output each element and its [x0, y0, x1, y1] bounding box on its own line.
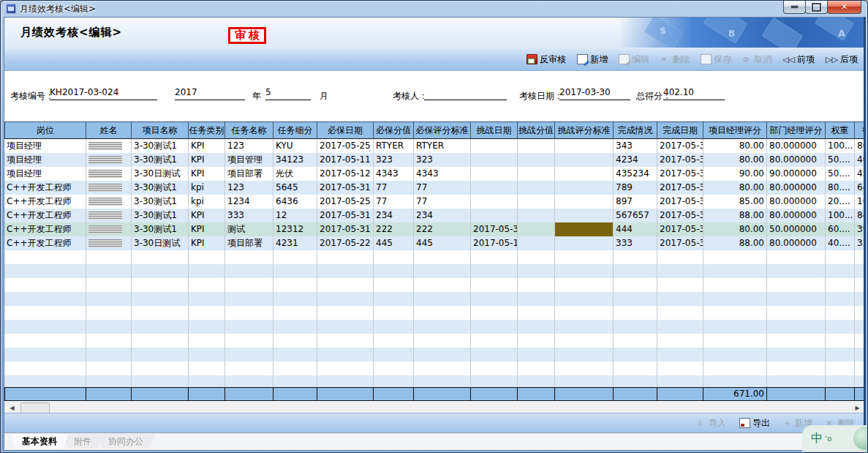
cell-挑战评分标准[interactable]	[555, 195, 614, 209]
cell-得分[interactable]: 40.	[855, 153, 865, 167]
table-row[interactable]: C++开发工程师3-30日测试KPI项目部署42312017-05-224454…	[4, 236, 865, 250]
cell-任务名称[interactable]: 项目部署	[225, 236, 273, 250]
cell-挑战评分标准[interactable]	[555, 181, 614, 195]
cell-项目经理评分[interactable]: 80.00	[703, 153, 767, 167]
cell-必保分值[interactable]: 77	[374, 181, 414, 195]
cell-权重[interactable]: 20....	[826, 195, 855, 209]
cell-得分[interactable]: 84.	[855, 209, 865, 222]
cell-姓名[interactable]	[86, 195, 132, 209]
cell-项目名称[interactable]: 3-30测试1	[132, 209, 189, 222]
cell-挑战日期[interactable]	[471, 209, 518, 222]
cell-必保日期[interactable]: 2017-05-12	[317, 167, 374, 181]
cell-必保评分标准[interactable]: RTYER	[414, 139, 471, 153]
cell-必保日期[interactable]: 2017-05-31	[317, 209, 374, 222]
cell-岗位[interactable]: C++开发工程师	[4, 195, 86, 209]
cell-必保评分标准[interactable]: 77	[414, 181, 471, 195]
cell-部门经理评分[interactable]: 80.000000	[767, 139, 826, 153]
cell-必保评分标准[interactable]: 4343	[414, 167, 471, 181]
cell-任务类别[interactable]: KPI	[189, 167, 225, 181]
cell-项目经理评分[interactable]: 80.00	[703, 139, 767, 153]
cell-挑战分值[interactable]	[518, 167, 555, 181]
cell-项目名称[interactable]: 3-30测试1	[132, 181, 189, 195]
scrollbar-thumb[interactable]	[20, 403, 50, 413]
table-row[interactable]: 项目经理3-30日测试KPI项目部署光伏2017-05-124343434343…	[4, 167, 865, 181]
scroll-left-arrow-icon[interactable]: ◀	[7, 403, 18, 412]
cell-项目经理评分[interactable]: 80.00	[703, 181, 767, 195]
cell-项目经理评分[interactable]: 80.00	[703, 222, 767, 236]
cell-完成日期[interactable]: 2017-05-31	[657, 236, 703, 250]
cell-部门经理评分[interactable]: 80.000000	[767, 209, 826, 222]
cell-挑战评分标准[interactable]	[555, 153, 614, 167]
column-header-权重[interactable]: 权重	[826, 121, 855, 139]
assessor-field[interactable]	[424, 86, 507, 100]
assessment-no-field[interactable]: KH2017-03-024	[50, 86, 157, 100]
cell-挑战分值[interactable]	[518, 139, 555, 153]
cell-项目名称[interactable]: 3-30日测试	[132, 167, 189, 181]
scroll-right-arrow-icon[interactable]: ▶	[852, 403, 863, 412]
cell-权重[interactable]: 60....	[826, 222, 855, 236]
cell-岗位[interactable]: 项目经理	[4, 139, 86, 153]
cell-岗位[interactable]: C++开发工程师	[4, 181, 86, 195]
column-header-任务类别[interactable]: 任务类别	[189, 121, 225, 139]
table-row[interactable]: 项目经理3-30测试1KPI123KYU2017-05-25RTYERRTYER…	[4, 139, 865, 153]
cell-任务名称[interactable]: 1234	[225, 195, 273, 209]
cell-必保评分标准[interactable]: 222	[414, 222, 471, 236]
cell-挑战评分标准[interactable]	[555, 167, 614, 181]
cell-岗位[interactable]: C++开发工程师	[4, 222, 86, 236]
column-header-必保日期[interactable]: 必保日期	[317, 121, 374, 139]
cell-部门经理评分[interactable]: 90.000000	[767, 167, 826, 181]
保存-button[interactable]: 保存	[701, 53, 731, 66]
cell-岗位[interactable]: 项目经理	[4, 153, 86, 167]
close-button[interactable]: ✕	[827, 1, 861, 14]
cell-完成日期[interactable]: 2017-05-30	[657, 222, 703, 236]
cell-必保评分标准[interactable]: 234	[414, 209, 471, 222]
cell-项目经理评分[interactable]: 88.00	[703, 236, 767, 250]
cell-必保分值[interactable]: RTYER	[374, 139, 414, 153]
cell-任务类别[interactable]: KPI	[189, 139, 225, 153]
cell-任务类别[interactable]: KPI	[189, 209, 225, 222]
cell-必保日期[interactable]: 2017-05-31	[317, 181, 374, 195]
cell-部门经理评分[interactable]: 80.000000	[767, 153, 826, 167]
cell-得分[interactable]: 33.	[855, 236, 865, 250]
cell-项目名称[interactable]: 3-30测试1	[132, 222, 189, 236]
table-row[interactable]: C++开发工程师3-30测试1kpi12356452017-05-3177777…	[4, 181, 865, 195]
cell-项目名称[interactable]: 3-30测试1	[132, 195, 189, 209]
cell-得分[interactable]: 64.	[855, 181, 865, 195]
cell-必保分值[interactable]: 234	[374, 209, 414, 222]
cell-任务细分[interactable]: 5645	[273, 181, 317, 195]
cell-挑战日期[interactable]	[471, 153, 518, 167]
cell-任务细分[interactable]: KYU	[273, 139, 317, 153]
cell-必保日期[interactable]: 2017-05-25	[317, 139, 374, 153]
删除-button[interactable]: ✕删除	[660, 53, 690, 66]
horizontal-scrollbar[interactable]: ◀ ▶	[4, 401, 865, 413]
cell-挑战日期[interactable]: 2017-05-31	[471, 222, 518, 236]
cell-任务细分[interactable]: 12312	[273, 222, 317, 236]
cell-必保分值[interactable]: 77	[374, 195, 414, 209]
cell-权重[interactable]: 50....	[826, 153, 855, 167]
cell-必保评分标准[interactable]: 445	[414, 236, 471, 250]
cell-任务细分[interactable]: 4231	[273, 236, 317, 250]
cell-项目经理评分[interactable]: 85.00	[703, 195, 767, 209]
cell-权重[interactable]: 50....	[826, 167, 855, 181]
cell-挑战日期[interactable]	[471, 167, 518, 181]
cell-任务名称[interactable]: 测试	[225, 222, 273, 236]
column-header-部门经理评分[interactable]: 部门经理评分	[767, 121, 826, 139]
cell-挑战分值[interactable]	[518, 153, 555, 167]
cell-项目名称[interactable]: 3-30日测试	[132, 236, 189, 250]
column-header-岗位[interactable]: 岗位	[4, 121, 86, 139]
cell-挑战评分标准[interactable]	[555, 139, 614, 153]
cell-必保日期[interactable]: 2017-05-11	[317, 153, 374, 167]
新增-button[interactable]: 新增	[577, 53, 608, 66]
cell-挑战评分标准[interactable]	[555, 222, 614, 236]
cell-完成情况[interactable]: 343	[614, 139, 657, 153]
tab-附件[interactable]: 附件	[62, 434, 103, 449]
cell-任务名称[interactable]: 项目管理	[225, 153, 273, 167]
cell-姓名[interactable]	[86, 181, 132, 195]
table-row[interactable]: C++开发工程师3-30测试1KPI333122017-05-312342345…	[4, 209, 865, 222]
column-header-挑战评分标准[interactable]: 挑战评分标准	[555, 121, 614, 139]
cell-完成情况[interactable]: 333	[614, 236, 657, 250]
cell-项目名称[interactable]: 3-30测试1	[132, 153, 189, 167]
cell-必保评分标准[interactable]: 323	[414, 153, 471, 167]
导入-button[interactable]: ⇩导入	[697, 417, 726, 430]
cell-任务细分[interactable]: 34123	[273, 153, 317, 167]
